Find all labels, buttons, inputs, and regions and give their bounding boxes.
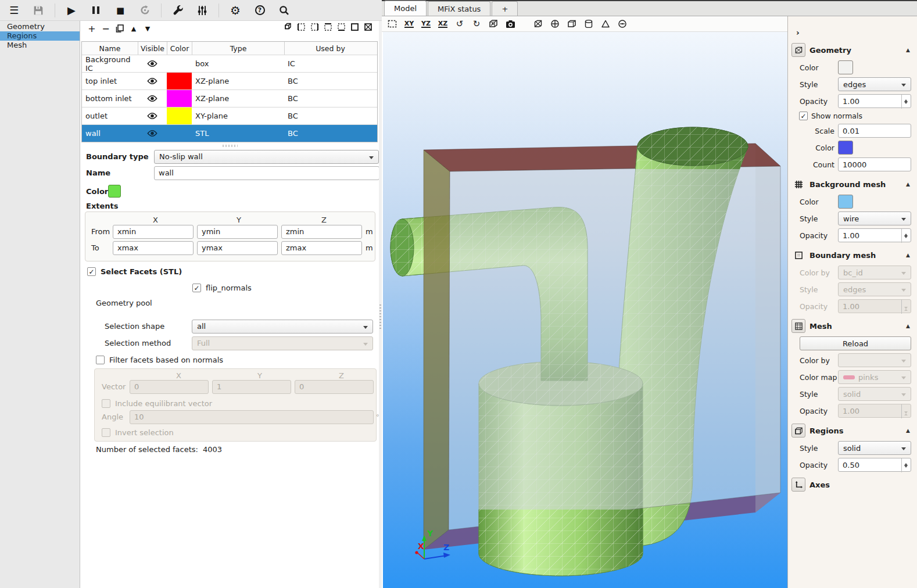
geometry-color-button[interactable] — [838, 60, 853, 74]
duplicate-region-button[interactable] — [113, 23, 127, 34]
zmin-input[interactable]: zmin — [281, 225, 362, 239]
region-color-swatch[interactable] — [167, 125, 192, 142]
regions-opacity-spinbox[interactable]: 0.50 — [838, 458, 911, 472]
xmin-input[interactable]: xmin — [113, 225, 194, 239]
rotate-left-icon[interactable]: ↺ — [454, 18, 465, 30]
reload-mesh-button[interactable]: Reload — [800, 336, 911, 350]
reset-view-icon[interactable] — [386, 18, 398, 30]
col-header-type[interactable]: Type — [192, 42, 284, 55]
normals-color-button[interactable] — [838, 141, 853, 155]
regions-style-select[interactable]: solid — [838, 441, 911, 455]
rotate-right-icon[interactable]: ↻ — [471, 18, 482, 30]
bg-mesh-color-button[interactable] — [838, 195, 853, 209]
3d-viewport[interactable]: Y Z X — [382, 32, 787, 588]
col-header-color[interactable]: Color — [167, 42, 192, 55]
geometry-opacity-spinbox[interactable]: 1.00 — [838, 94, 911, 108]
sidebar-item-mesh[interactable]: Mesh — [0, 41, 80, 50]
table-row[interactable]: Background IC box IC — [82, 55, 377, 72]
col-header-name[interactable]: Name — [82, 42, 138, 55]
section-geometry[interactable]: Geometry ▲ — [791, 43, 914, 57]
col-header-used-by[interactable]: Used by — [284, 42, 376, 55]
background-mesh-section-icon[interactable] — [791, 177, 805, 191]
screenshot-camera-icon[interactable] — [504, 18, 516, 30]
reset-icon[interactable] — [137, 2, 153, 19]
select-facets-checkbox[interactable]: ✓ — [87, 267, 96, 276]
splitter-handle[interactable] — [223, 145, 238, 147]
normals-count-input[interactable]: 10000 — [838, 157, 911, 171]
settings-icon[interactable]: ⚙ — [227, 2, 243, 19]
boundary-type-select[interactable]: No-slip wall — [154, 150, 379, 164]
region-color-swatch[interactable] — [167, 90, 192, 107]
section-regions[interactable]: Regions ▲ — [791, 424, 914, 438]
remove-region-button[interactable]: − — [99, 23, 113, 34]
normals-scale-input[interactable]: 0.01 — [838, 124, 911, 138]
col-header-visible[interactable]: Visible — [138, 42, 167, 55]
pause-icon[interactable] — [88, 2, 104, 19]
bg-mesh-opacity-spinbox[interactable]: 1.00 — [838, 228, 911, 242]
region-color-swatch[interactable] — [167, 73, 192, 89]
visibility-eye-icon[interactable] — [147, 95, 157, 102]
collapse-section-icon[interactable]: ▲ — [906, 47, 910, 53]
section-mesh[interactable]: Mesh ▲ — [791, 319, 914, 333]
toggle-normals-visibility-icon[interactable] — [549, 18, 561, 30]
collapse-section-icon[interactable]: ▲ — [906, 181, 910, 187]
tab-new[interactable]: + — [492, 1, 518, 16]
table-row[interactable]: top inlet XZ-plane BC — [82, 72, 377, 89]
search-icon[interactable] — [276, 2, 292, 19]
axes-section-icon[interactable] — [791, 478, 805, 492]
3d-scene-canvas[interactable]: Y Z X — [383, 32, 789, 588]
add-region-button[interactable]: + — [85, 23, 99, 34]
collapse-panel-button[interactable]: › — [796, 28, 807, 37]
toggle-background-mesh-visibility-icon[interactable] — [566, 18, 578, 30]
ymax-input[interactable]: ymax — [197, 241, 278, 255]
toggle-geometry-visibility-icon[interactable] — [532, 18, 544, 30]
new-plane-region-top-icon[interactable] — [323, 22, 333, 32]
bg-mesh-style-select[interactable]: wire — [838, 211, 911, 225]
new-plane-region-right-icon[interactable] — [310, 22, 320, 32]
show-normals-checkbox[interactable]: ✓ — [799, 112, 808, 120]
sidebar-item-regions[interactable]: Regions — [0, 31, 80, 41]
visibility-eye-icon[interactable] — [147, 60, 157, 67]
new-solid-region-icon[interactable] — [350, 22, 360, 32]
toggle-mesh-visibility-icon[interactable] — [583, 18, 594, 30]
run-icon[interactable]: ▶ — [63, 2, 80, 19]
toggle-regions-visibility-icon[interactable] — [600, 18, 611, 30]
table-row-selected[interactable]: wall STL BC — [82, 124, 377, 142]
filter-facets-checkbox[interactable] — [96, 356, 105, 364]
new-stl-region-icon[interactable] — [363, 22, 373, 32]
selection-shape-select[interactable]: all — [192, 320, 373, 334]
sidebar-item-geometry[interactable]: Geometry — [0, 22, 80, 31]
move-down-button[interactable]: ▼ — [141, 23, 155, 34]
tab-model[interactable]: Model — [384, 1, 427, 16]
regions-section-icon[interactable] — [791, 424, 805, 438]
new-plane-region-left-icon[interactable] — [296, 22, 306, 32]
visibility-eye-icon[interactable] — [147, 130, 157, 137]
perspective-toggle-icon[interactable] — [488, 18, 499, 30]
mesh-section-icon[interactable] — [791, 319, 805, 333]
section-boundary-mesh[interactable]: Boundary mesh ▲ — [791, 248, 914, 262]
save-icon[interactable] — [30, 2, 46, 19]
region-color-swatch[interactable] — [167, 107, 192, 124]
table-row[interactable]: bottom inlet XZ-plane BC — [82, 89, 377, 107]
xmax-input[interactable]: xmax — [113, 241, 194, 255]
boundary-mesh-section-icon[interactable] — [791, 248, 805, 262]
move-up-button[interactable]: ▲ — [127, 23, 141, 34]
build-wrench-icon[interactable] — [170, 2, 186, 19]
collapse-section-icon[interactable]: ▲ — [906, 428, 910, 433]
region-color-button[interactable] — [108, 185, 121, 198]
view-xy-icon[interactable]: XY — [403, 18, 415, 30]
geometry-section-icon[interactable] — [791, 43, 805, 57]
menu-icon[interactable]: ☰ — [6, 2, 22, 19]
geometry-style-select[interactable]: edges — [838, 77, 911, 91]
collapse-section-icon[interactable]: ▲ — [906, 252, 910, 258]
view-xz-icon[interactable]: XZ — [437, 18, 449, 30]
ymin-input[interactable]: ymin — [197, 225, 278, 239]
table-row[interactable]: outlet XY-plane BC — [82, 107, 377, 124]
flip-normals-checkbox[interactable]: ✓ — [192, 284, 201, 292]
section-background-mesh[interactable]: Background mesh ▲ — [791, 177, 914, 191]
toggle-axes-visibility-icon[interactable] — [617, 18, 628, 30]
tab-mfix-status[interactable]: MFiX status — [428, 1, 490, 16]
collapse-section-icon[interactable]: ▲ — [906, 323, 910, 329]
view-yz-icon[interactable]: YZ — [420, 18, 432, 30]
section-axes[interactable]: Axes — [791, 478, 914, 492]
